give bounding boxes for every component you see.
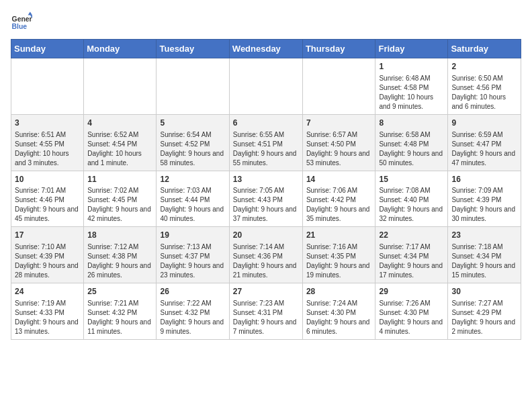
day-number: 28 [306,286,372,298]
day-info: Sunrise: 6:50 AM Sunset: 4:56 PM Dayligh… [451,74,517,111]
calendar-cell: 30Sunrise: 7:27 AM Sunset: 4:29 PM Dayli… [448,283,521,340]
day-number: 12 [160,174,225,185]
calendar-cell: 22Sunrise: 7:17 AM Sunset: 4:34 PM Dayli… [375,227,448,283]
calendar-cell: 29Sunrise: 7:26 AM Sunset: 4:30 PM Dayli… [375,283,448,340]
calendar-cell: 11Sunrise: 7:02 AM Sunset: 4:45 PM Dayli… [84,171,157,227]
calendar-cell: 26Sunrise: 7:22 AM Sunset: 4:32 PM Dayli… [157,283,229,340]
calendar-cell [229,58,302,115]
calendar-cell [157,58,229,115]
day-info: Sunrise: 6:58 AM Sunset: 4:48 PM Dayligh… [379,130,444,168]
calendar-cell: 23Sunrise: 7:18 AM Sunset: 4:34 PM Dayli… [448,227,521,283]
calendar-cell: 18Sunrise: 7:12 AM Sunset: 4:38 PM Dayli… [84,227,157,283]
day-info: Sunrise: 7:14 AM Sunset: 4:36 PM Dayligh… [233,242,299,280]
day-info: Sunrise: 7:19 AM Sunset: 4:33 PM Dayligh… [15,299,80,336]
day-number: 8 [379,118,444,129]
weekday-header: Wednesday [229,40,302,58]
calendar-cell: 13Sunrise: 7:05 AM Sunset: 4:43 PM Dayli… [229,171,302,227]
day-number: 22 [379,230,444,241]
day-info: Sunrise: 7:24 AM Sunset: 4:30 PM Dayligh… [306,299,372,336]
calendar-table: SundayMondayTuesdayWednesdayThursdayFrid… [11,39,521,340]
day-number: 9 [451,118,517,129]
day-info: Sunrise: 7:22 AM Sunset: 4:32 PM Dayligh… [160,299,225,336]
day-number: 3 [15,118,80,129]
weekday-header: Friday [375,40,448,58]
weekday-header: Tuesday [157,40,229,58]
calendar-cell: 7Sunrise: 6:57 AM Sunset: 4:50 PM Daylig… [302,114,375,171]
day-number: 7 [306,118,372,129]
svg-text:General: General [12,15,32,23]
day-info: Sunrise: 7:16 AM Sunset: 4:35 PM Dayligh… [306,242,372,280]
day-number: 15 [379,174,444,185]
calendar-cell: 21Sunrise: 7:16 AM Sunset: 4:35 PM Dayli… [302,227,375,283]
calendar-cell: 6Sunrise: 6:55 AM Sunset: 4:51 PM Daylig… [229,114,302,171]
weekday-header: Sunday [11,40,84,58]
day-number: 4 [87,118,152,129]
day-number: 26 [160,286,225,298]
calendar-cell: 4Sunrise: 6:52 AM Sunset: 4:54 PM Daylig… [84,114,157,171]
day-info: Sunrise: 7:13 AM Sunset: 4:37 PM Dayligh… [160,242,225,280]
day-number: 19 [160,230,225,241]
day-info: Sunrise: 7:12 AM Sunset: 4:38 PM Dayligh… [87,242,152,280]
day-info: Sunrise: 6:51 AM Sunset: 4:55 PM Dayligh… [15,130,80,168]
day-number: 17 [15,230,80,241]
day-number: 20 [233,230,299,241]
calendar-cell: 9Sunrise: 6:59 AM Sunset: 4:47 PM Daylig… [448,114,521,171]
day-number: 25 [87,286,152,298]
calendar-cell: 10Sunrise: 7:01 AM Sunset: 4:46 PM Dayli… [11,171,84,227]
calendar-cell: 27Sunrise: 7:23 AM Sunset: 4:31 PM Dayli… [229,283,302,340]
calendar-cell: 28Sunrise: 7:24 AM Sunset: 4:30 PM Dayli… [302,283,375,340]
day-number: 13 [233,174,299,185]
day-number: 21 [306,230,372,241]
day-info: Sunrise: 7:09 AM Sunset: 4:39 PM Dayligh… [451,186,517,224]
day-number: 5 [160,118,225,129]
day-number: 18 [87,230,152,241]
day-info: Sunrise: 7:10 AM Sunset: 4:39 PM Dayligh… [15,242,80,280]
day-number: 1 [379,61,444,73]
calendar-cell: 8Sunrise: 6:58 AM Sunset: 4:48 PM Daylig… [375,114,448,171]
day-info: Sunrise: 7:21 AM Sunset: 4:32 PM Dayligh… [87,299,152,336]
day-info: Sunrise: 6:48 AM Sunset: 4:58 PM Dayligh… [379,74,444,111]
svg-text:Blue: Blue [12,23,28,30]
calendar-cell: 3Sunrise: 6:51 AM Sunset: 4:55 PM Daylig… [11,114,84,171]
day-number: 14 [306,174,372,185]
weekday-header: Thursday [302,40,375,58]
day-info: Sunrise: 7:02 AM Sunset: 4:45 PM Dayligh… [87,186,152,224]
day-info: Sunrise: 7:01 AM Sunset: 4:46 PM Dayligh… [15,186,80,224]
calendar-cell: 14Sunrise: 7:06 AM Sunset: 4:42 PM Dayli… [302,171,375,227]
calendar-cell [302,58,375,115]
calendar-cell: 5Sunrise: 6:54 AM Sunset: 4:52 PM Daylig… [157,114,229,171]
logo-icon: General Blue [11,11,32,32]
calendar-cell: 15Sunrise: 7:08 AM Sunset: 4:40 PM Dayli… [375,171,448,227]
day-number: 16 [451,174,517,185]
day-info: Sunrise: 7:27 AM Sunset: 4:29 PM Dayligh… [451,299,517,336]
calendar-cell: 16Sunrise: 7:09 AM Sunset: 4:39 PM Dayli… [448,171,521,227]
day-info: Sunrise: 7:06 AM Sunset: 4:42 PM Dayligh… [306,186,372,224]
day-number: 24 [15,286,80,298]
day-number: 29 [379,286,444,298]
day-info: Sunrise: 7:05 AM Sunset: 4:43 PM Dayligh… [233,186,299,224]
svg-marker-2 [28,12,32,15]
day-info: Sunrise: 6:57 AM Sunset: 4:50 PM Dayligh… [306,130,372,168]
calendar-cell: 1Sunrise: 6:48 AM Sunset: 4:58 PM Daylig… [375,58,448,115]
logo: General Blue [11,11,35,32]
page-header: General Blue [11,11,521,32]
day-info: Sunrise: 7:03 AM Sunset: 4:44 PM Dayligh… [160,186,225,224]
day-number: 6 [233,118,299,129]
calendar-cell: 19Sunrise: 7:13 AM Sunset: 4:37 PM Dayli… [157,227,229,283]
day-info: Sunrise: 7:08 AM Sunset: 4:40 PM Dayligh… [379,186,444,224]
day-info: Sunrise: 6:59 AM Sunset: 4:47 PM Dayligh… [451,130,517,168]
calendar-cell: 17Sunrise: 7:10 AM Sunset: 4:39 PM Dayli… [11,227,84,283]
day-number: 2 [451,61,517,73]
day-number: 10 [15,174,80,185]
calendar-cell: 24Sunrise: 7:19 AM Sunset: 4:33 PM Dayli… [11,283,84,340]
day-info: Sunrise: 7:18 AM Sunset: 4:34 PM Dayligh… [451,242,517,280]
calendar-cell [84,58,157,115]
day-number: 27 [233,286,299,298]
day-info: Sunrise: 6:55 AM Sunset: 4:51 PM Dayligh… [233,130,299,168]
day-info: Sunrise: 7:17 AM Sunset: 4:34 PM Dayligh… [379,242,444,280]
calendar-cell: 2Sunrise: 6:50 AM Sunset: 4:56 PM Daylig… [448,58,521,115]
day-info: Sunrise: 7:26 AM Sunset: 4:30 PM Dayligh… [379,299,444,336]
day-number: 23 [451,230,517,241]
day-number: 11 [87,174,152,185]
calendar-cell: 12Sunrise: 7:03 AM Sunset: 4:44 PM Dayli… [157,171,229,227]
